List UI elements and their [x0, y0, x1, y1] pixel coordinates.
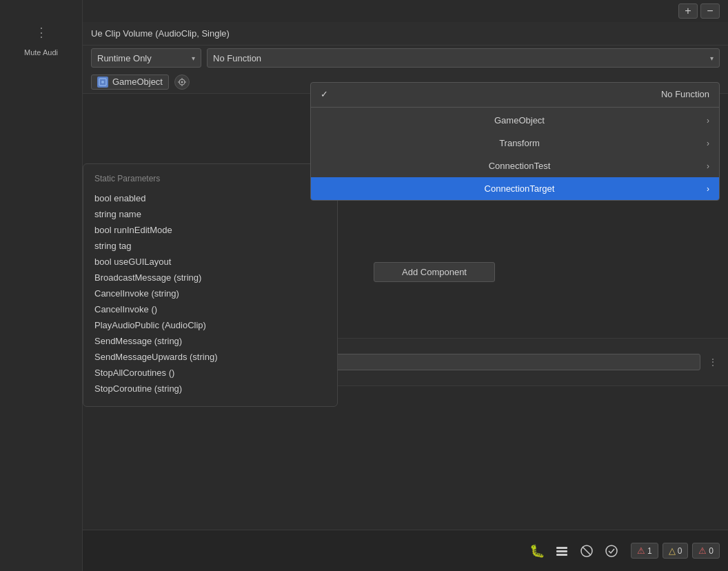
menu-divider-1	[311, 107, 719, 108]
debug-icon[interactable]: 🐛	[527, 541, 547, 561]
menu-item-connectiontarget[interactable]: ✓ ConnectionTarget ›	[311, 177, 719, 200]
runtime-label: Runtime Only	[97, 53, 152, 63]
param-bool-runineditmode[interactable]: bool runInEditMode	[94, 222, 326, 238]
param-playaudiopublic[interactable]: PlayAudioPublic (AudioClip)	[94, 317, 326, 333]
svg-point-3	[181, 81, 183, 83]
component-header: Ue Clip Volume (AudioClip, Single)	[83, 22, 728, 46]
param-broadcastmessage[interactable]: BroadcastMessage (string)	[94, 270, 326, 286]
param-cancelinvoke[interactable]: CancelInvoke ()	[94, 301, 326, 317]
menu-item-gameobject[interactable]: ✓ GameObject ›	[311, 109, 719, 132]
error-badge[interactable]: ⚠ 1	[631, 543, 658, 559]
function-label: No Function	[213, 53, 261, 63]
param-stopallcoroutines[interactable]: StopAllCoroutines ()	[94, 365, 326, 381]
param-string-name[interactable]: string name	[94, 206, 326, 222]
menu-item-connectiontest[interactable]: ✓ ConnectionTest ›	[311, 154, 719, 177]
sidebar-dots[interactable]: ⋮	[35, 25, 48, 40]
add-component-button[interactable]: Add Component	[374, 262, 495, 282]
static-params-panel: Static Parameters bool enabled string na…	[83, 163, 338, 407]
runtime-row: Runtime Only ▾ No Function ▾	[83, 46, 728, 70]
bottom-icons: 🐛	[527, 541, 621, 561]
warning-badge[interactable]: △ 0	[663, 543, 689, 559]
runtime-arrow-icon: ▾	[192, 54, 195, 62]
warning-count: 0	[678, 546, 682, 556]
info-badge[interactable]: ⚠ 0	[692, 543, 720, 559]
param-cancelinvoke-string[interactable]: CancelInvoke (string)	[94, 286, 326, 301]
gameobject-pill[interactable]: GameObject	[91, 74, 169, 90]
static-params-title: Static Parameters	[94, 174, 326, 183]
error-icon: ⚠	[637, 545, 645, 556]
error-count: 1	[647, 546, 652, 556]
sidebar-label: Mute Audi	[24, 48, 58, 57]
param-stopcoroutine[interactable]: StopCoroutine (string)	[94, 381, 326, 397]
function-dropdown[interactable]: No Function ▾	[207, 48, 720, 68]
warning-icon: △	[669, 545, 676, 556]
add-component-row: Add Component	[310, 262, 558, 282]
gameobject-icon	[97, 77, 108, 88]
layers-icon[interactable]	[552, 541, 572, 561]
info-icon: ⚠	[698, 545, 707, 556]
param-bool-enabled[interactable]: bool enabled	[94, 190, 326, 206]
function-arrow-icon: ▾	[710, 54, 714, 62]
svg-line-12	[583, 547, 591, 555]
svg-point-13	[606, 545, 617, 557]
sidebar-left: ⋮ Mute Audi	[0, 0, 83, 571]
menu-check-icon: ✓	[321, 89, 328, 99]
menu-item-label: No Function	[661, 89, 709, 99]
menu-item-label: ConnectionTarget	[485, 183, 555, 194]
function-dropdown-menu: ✓ No Function ✓ GameObject › ✓ Transform…	[310, 82, 720, 201]
block-icon[interactable]	[577, 541, 596, 561]
gameobject-label: GameObject	[112, 77, 163, 87]
param-sendmessage[interactable]: SendMessage (string)	[94, 333, 326, 349]
menu-item-label: GameObject	[494, 115, 545, 126]
chevron-right-icon: ›	[707, 139, 709, 148]
svg-rect-10	[556, 554, 567, 556]
gameobject-target-button[interactable]	[174, 74, 190, 90]
chevron-right-icon: ›	[707, 184, 709, 194]
svg-point-1	[101, 81, 104, 83]
svg-rect-9	[556, 550, 567, 552]
menu-item-transform[interactable]: ✓ Transform ›	[311, 132, 719, 154]
check-icon[interactable]	[602, 541, 621, 561]
info-count: 0	[709, 546, 714, 556]
param-sendmessageupwards[interactable]: SendMessageUpwards (string)	[94, 349, 326, 365]
menu-item-no-function[interactable]: ✓ No Function	[311, 83, 719, 106]
main-area: Ue Clip Volume (AudioClip, Single) Runti…	[83, 0, 728, 571]
menu-item-label: Transform	[499, 138, 540, 148]
param-string-tag[interactable]: string tag	[94, 238, 326, 254]
runtime-dropdown[interactable]: Runtime Only ▾	[91, 48, 201, 68]
menu-item-label: ConnectionTest	[489, 161, 551, 171]
param-bool-useGUILayout[interactable]: bool useGUILayout	[94, 254, 326, 270]
middle-section-dots[interactable]: ⋮	[706, 355, 720, 369]
bottom-bar: 🐛 ⚠	[83, 530, 728, 571]
component-title: Ue Clip Volume (AudioClip, Single)	[91, 28, 230, 39]
svg-rect-8	[556, 547, 567, 549]
chevron-right-icon: ›	[707, 116, 709, 126]
chevron-right-icon: ›	[707, 161, 709, 171]
